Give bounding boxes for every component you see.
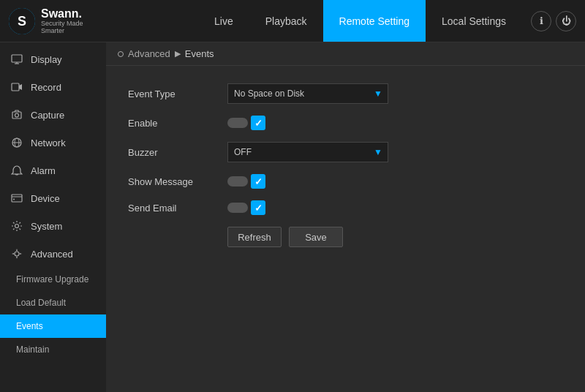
event-type-label: Event Type — [128, 88, 216, 99]
svg-rect-2 — [12, 55, 22, 62]
show-message-row: Show Message ✓ — [128, 174, 563, 189]
tab-local-settings[interactable]: Local Settings — [426, 0, 522, 42]
breadcrumb: Advanced ▶ Events — [106, 42, 585, 66]
display-icon — [10, 53, 23, 66]
sidebar-item-system[interactable]: System — [0, 212, 106, 240]
event-type-row: Event Type No Space on Disk Disk Error M… — [128, 83, 563, 104]
sidebar-item-record[interactable]: Record — [0, 73, 106, 101]
sidebar-item-network[interactable]: Network — [0, 129, 106, 157]
tab-live[interactable]: Live — [198, 0, 249, 42]
svg-point-14 — [13, 199, 15, 200]
enable-checkbox[interactable]: ✓ — [251, 116, 265, 130]
logo-area: S Swann. Security Made Smarter — [0, 7, 106, 35]
form-panel: Event Type No Space on Disk Disk Error M… — [106, 66, 585, 265]
sidebar-item-alarm[interactable]: Alarm — [0, 157, 106, 184]
tab-playback[interactable]: Playback — [249, 0, 323, 42]
show-message-label: Show Message — [128, 176, 216, 187]
sidebar-item-display[interactable]: Display — [0, 45, 106, 73]
nav-tabs: Live Playback Remote Setting Local Setti… — [198, 0, 585, 42]
tab-remote-setting[interactable]: Remote Setting — [323, 0, 426, 42]
enable-checkmark: ✓ — [254, 118, 263, 129]
main-layout: Display Record Capture Network Alarm — [0, 42, 585, 392]
device-icon — [10, 192, 23, 205]
sidebar-label-system: System — [31, 221, 62, 232]
power-button[interactable]: ⏻ — [556, 11, 576, 31]
event-type-select-wrapper: No Space on Disk Disk Error Motion Detec… — [227, 83, 388, 104]
refresh-button[interactable]: Refresh — [227, 227, 282, 247]
buzzer-row: Buzzer OFF Short Long ▼ — [128, 142, 563, 162]
sidebar-sub-menu: Firmware Upgrade Load Default Events Mai… — [0, 268, 106, 361]
sidebar-item-advanced[interactable]: Advanced — [0, 240, 106, 268]
sidebar-item-device[interactable]: Device — [0, 184, 106, 212]
show-message-toggle-track — [227, 176, 248, 186]
svg-rect-12 — [12, 195, 22, 202]
buzzer-select-wrapper: OFF Short Long ▼ — [227, 142, 388, 162]
enable-row: Enable ✓ — [128, 116, 563, 130]
svg-marker-6 — [19, 84, 22, 90]
sidebar-item-capture[interactable]: Capture — [0, 101, 106, 129]
button-row: Refresh Save — [128, 227, 563, 247]
topbar: S Swann. Security Made Smarter Live Play… — [0, 0, 585, 42]
svg-point-15 — [15, 225, 19, 228]
logo-icon: S — [9, 8, 35, 34]
buzzer-label: Buzzer — [128, 147, 216, 158]
svg-rect-5 — [12, 83, 19, 91]
breadcrumb-current: Events — [185, 48, 214, 59]
send-email-row: Send Email ✓ — [128, 200, 563, 215]
record-icon — [10, 80, 23, 94]
send-email-toggle-track — [227, 203, 248, 213]
alarm-icon — [10, 164, 23, 177]
save-button[interactable]: Save — [289, 227, 343, 247]
enable-toggle[interactable]: ✓ — [227, 116, 265, 130]
svg-point-8 — [15, 113, 19, 117]
send-email-toggle[interactable]: ✓ — [227, 200, 265, 215]
system-icon — [10, 219, 23, 233]
nav-icons: ℹ ⏻ — [522, 11, 585, 31]
enable-toggle-track — [227, 118, 248, 128]
event-type-select[interactable]: No Space on Disk Disk Error Motion Detec… — [227, 83, 388, 104]
capture-icon — [10, 108, 23, 121]
sidebar-item-firmware-upgrade[interactable]: Firmware Upgrade — [0, 268, 106, 291]
breadcrumb-parent: Advanced — [128, 48, 170, 59]
sidebar-label-record: Record — [31, 82, 61, 93]
info-button[interactable]: ℹ — [531, 11, 551, 31]
svg-point-16 — [15, 252, 19, 256]
content-area: Advanced ▶ Events Event Type No Space on… — [106, 42, 585, 392]
sidebar: Display Record Capture Network Alarm — [0, 42, 106, 392]
show-message-checkmark: ✓ — [254, 176, 263, 187]
sidebar-label-network: Network — [31, 137, 66, 148]
advanced-icon — [10, 247, 23, 260]
sidebar-label-display: Display — [31, 54, 62, 65]
sidebar-item-events[interactable]: Events — [0, 314, 106, 338]
svg-text:S: S — [18, 14, 26, 29]
breadcrumb-arrow: ▶ — [175, 49, 181, 59]
sidebar-label-alarm: Alarm — [31, 165, 56, 176]
brand-name: Swann. — [41, 7, 106, 20]
network-icon — [10, 136, 23, 149]
sidebar-label-device: Device — [31, 193, 60, 204]
sidebar-item-maintain[interactable]: Maintain — [0, 338, 106, 361]
send-email-checkbox[interactable]: ✓ — [251, 200, 265, 215]
send-email-label: Send Email — [128, 203, 216, 214]
send-email-checkmark: ✓ — [254, 203, 263, 214]
show-message-checkbox[interactable]: ✓ — [251, 174, 265, 189]
svg-rect-7 — [12, 112, 21, 118]
show-message-toggle[interactable]: ✓ — [227, 174, 265, 189]
sidebar-label-advanced: Advanced — [31, 249, 73, 260]
brand-tagline: Security Made Smarter — [41, 20, 106, 34]
breadcrumb-dot — [118, 51, 124, 57]
buzzer-select[interactable]: OFF Short Long — [227, 142, 388, 162]
sidebar-label-capture: Capture — [31, 110, 64, 121]
enable-label: Enable — [128, 118, 216, 129]
sidebar-item-load-default[interactable]: Load Default — [0, 291, 106, 314]
logo-text: Swann. Security Made Smarter — [41, 7, 106, 35]
